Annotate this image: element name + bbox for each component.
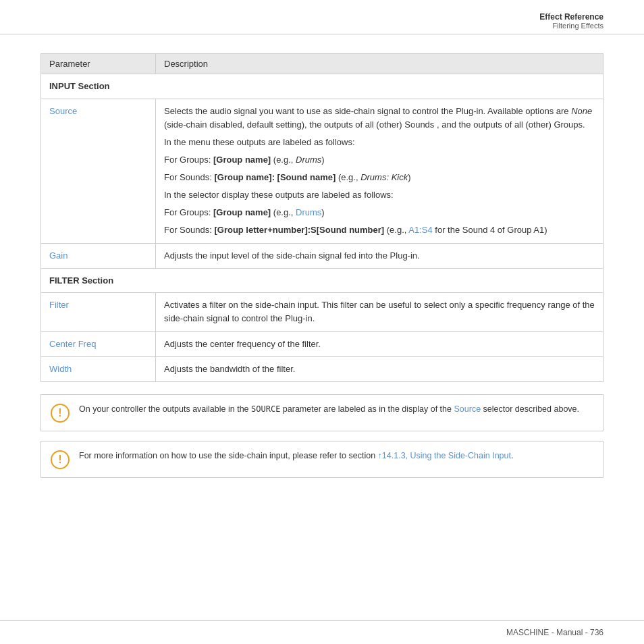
source-param[interactable]: Source (41, 99, 156, 243)
source-code-ref: SOURCE (251, 404, 280, 414)
input-section-row: INPUT Section (41, 74, 603, 99)
width-param[interactable]: Width (41, 356, 156, 381)
source-p5: In the selector display these outputs ar… (164, 188, 595, 202)
notice-text-1: On your controller the outputs available… (79, 403, 579, 416)
table-row: Width Adjusts the bandwidth of the filte… (41, 356, 603, 381)
notice-icon-1: ! (51, 404, 70, 423)
filter-section-label: FILTER Section (41, 268, 603, 293)
filter-desc: Activates a filter on the side-chain inp… (156, 293, 603, 331)
col-desc-header: Description (156, 54, 603, 74)
header-subtitle: Filtering Effects (41, 22, 603, 30)
notice-icon-2: ! (51, 450, 70, 469)
section-link[interactable]: ↑14.1.3, Using the Side-Chain Input (378, 451, 511, 460)
table-row: Center Freq Adjusts the center frequency… (41, 331, 603, 356)
source-p1: Selects the audio signal you want to use… (164, 105, 595, 132)
source-p6: For Groups: [Group name] (e.g., Drums) (164, 206, 595, 219)
notice-box-1: ! On your controller the outputs availab… (41, 394, 603, 431)
main-content: Parameter Description INPUT Section Sour… (0, 34, 644, 501)
col-param-header: Parameter (41, 54, 156, 74)
gain-desc: Adjusts the input level of the side-chai… (156, 243, 603, 268)
notice-text-2: For more information on how to use the s… (79, 450, 513, 462)
footer-text: MASCHINE - Manual - 736 (506, 628, 603, 637)
source-link-ref[interactable]: Source (454, 404, 481, 414)
table-row: Gain Adjusts the input level of the side… (41, 243, 603, 268)
notice-box-2: ! For more information on how to use the… (41, 441, 603, 478)
page-header: Effect Reference Filtering Effects (0, 0, 644, 34)
source-p2: In the menu these outputs are labeled as… (164, 136, 595, 149)
source-p7: For Sounds: [Group letter+number]:S[Soun… (164, 223, 595, 237)
header-title: Effect Reference (41, 12, 603, 22)
source-p3: For Groups: [Group name] (e.g., Drums) (164, 153, 595, 167)
width-desc: Adjusts the bandwidth of the filter. (156, 356, 603, 381)
param-table: Parameter Description INPUT Section Sour… (41, 53, 603, 382)
page-footer: MASCHINE - Manual - 736 (0, 620, 644, 644)
centerfreq-desc: Adjusts the center frequency of the filt… (156, 331, 603, 356)
source-desc: Selects the audio signal you want to use… (156, 99, 603, 243)
input-section-label: INPUT Section (41, 74, 603, 99)
filter-section-row: FILTER Section (41, 268, 603, 293)
centerfreq-param[interactable]: Center Freq (41, 331, 156, 356)
gain-param[interactable]: Gain (41, 243, 156, 268)
table-row: Source Selects the audio signal you want… (41, 99, 603, 243)
source-p4: For Sounds: [Group name]: [Sound name] (… (164, 171, 595, 184)
filter-param[interactable]: Filter (41, 293, 156, 331)
table-row: Filter Activates a filter on the side-ch… (41, 293, 603, 331)
